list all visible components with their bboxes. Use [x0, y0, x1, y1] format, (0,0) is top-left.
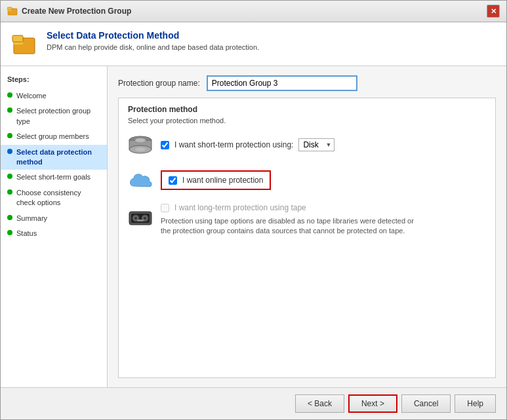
svg-point-9: [135, 138, 146, 142]
dot-icon-type: [7, 107, 12, 113]
svg-rect-17: [137, 220, 144, 221]
group-name-input[interactable]: [207, 75, 357, 91]
tape-content: I want long-term protection using tape P…: [161, 203, 423, 237]
svg-point-14: [134, 217, 137, 220]
tape-note: Protection using tape options are disabl…: [161, 216, 423, 237]
short-term-label: I want short-term protection using:: [174, 140, 293, 149]
online-checkbox-box: I want online protection: [161, 170, 271, 190]
cloud-icon: [128, 170, 153, 191]
sidebar-item-welcome[interactable]: Welcome: [1, 88, 107, 104]
dot-icon-status: [7, 230, 12, 235]
main-panel: Protection group name: Protection method…: [108, 66, 506, 387]
sidebar: Steps: Welcome Select protection group t…: [1, 66, 108, 387]
protection-method-title: Protection method: [128, 105, 486, 114]
sidebar-label-status: Status: [16, 229, 37, 239]
dot-icon-welcome: [7, 92, 12, 98]
disk-dropdown-wrapper: Disk Tape: [298, 138, 335, 151]
sidebar-label-members: Select group members: [16, 132, 89, 142]
sidebar-item-type[interactable]: Select protection group type: [1, 104, 107, 129]
short-term-checkbox[interactable]: [161, 141, 169, 149]
tape-icon-container: [128, 206, 153, 231]
tape-row: I want long-term protection using tape P…: [128, 203, 486, 237]
title-bar-left: Create New Protection Group: [7, 6, 131, 16]
online-content: I want online protection: [161, 170, 486, 190]
content-area: Steps: Welcome Select protection group t…: [1, 66, 506, 387]
dot-icon-summary: [7, 215, 12, 220]
help-button[interactable]: Help: [455, 394, 496, 413]
window-icon: [7, 6, 18, 16]
header-section: Select Data Protection Method DPM can he…: [1, 22, 506, 66]
sidebar-label-summary: Summary: [16, 214, 47, 223]
sidebar-label-welcome: Welcome: [16, 91, 47, 101]
dot-icon-members: [7, 133, 12, 138]
svg-point-10: [135, 147, 146, 151]
header-icon: [11, 31, 37, 58]
dot-icon-consistency: [7, 189, 12, 195]
protection-box: Protection method Select your protection…: [118, 98, 496, 378]
disk-dropdown[interactable]: Disk Tape: [298, 138, 335, 151]
sidebar-label-method: Select data protection method: [16, 147, 100, 168]
sidebar-item-consistency[interactable]: Choose consistency check options: [1, 185, 107, 211]
disk-icon-container: [128, 132, 153, 157]
dot-icon-method: [7, 149, 12, 154]
group-name-group: Protection group name:: [118, 75, 496, 91]
header-subtitle: DPM can help provide disk, online and ta…: [47, 43, 259, 51]
window-title: Create New Protection Group: [22, 7, 131, 16]
online-row: I want online protection: [128, 168, 486, 193]
sidebar-label-goals: Select short-term goals: [16, 172, 91, 182]
header-title: Select Data Protection Method: [47, 30, 259, 41]
sidebar-label-type: Select protection group type: [16, 106, 100, 126]
sidebar-item-summary[interactable]: Summary: [1, 211, 107, 226]
next-button[interactable]: Next >: [348, 394, 397, 413]
tape-checkbox[interactable]: [161, 204, 169, 212]
tape-icon: [128, 209, 153, 227]
disk-icon: [128, 135, 153, 155]
protection-method-subtitle: Select your protection method.: [128, 117, 486, 124]
title-bar: Create New Protection Group ✕: [1, 1, 506, 22]
dot-icon-goals: [7, 174, 12, 179]
sidebar-item-members[interactable]: Select group members: [1, 129, 107, 144]
tape-top: I want long-term protection using tape: [161, 203, 423, 212]
svg-rect-2: [7, 7, 12, 10]
sidebar-item-method[interactable]: Select data protection method: [1, 145, 107, 170]
back-button[interactable]: < Back: [295, 394, 344, 413]
sidebar-label-consistency: Choose consistency check options: [16, 188, 100, 208]
footer: < Back Next > Cancel Help: [1, 387, 506, 419]
cancel-button[interactable]: Cancel: [401, 394, 451, 413]
short-term-row: I want short-term protection using: Disk…: [128, 132, 486, 157]
main-window: Create New Protection Group ✕ Select Dat…: [0, 0, 507, 420]
svg-rect-5: [12, 35, 23, 42]
sidebar-item-goals[interactable]: Select short-term goals: [1, 170, 107, 185]
close-button[interactable]: ✕: [487, 5, 500, 18]
group-name-label: Protection group name:: [118, 79, 200, 88]
header-text: Select Data Protection Method DPM can he…: [47, 30, 259, 51]
sidebar-item-status[interactable]: Status: [1, 226, 107, 241]
online-label: I want online protection: [182, 176, 263, 185]
online-checkbox[interactable]: [169, 176, 177, 185]
steps-label: Steps:: [1, 73, 107, 88]
cloud-icon-container: [128, 168, 153, 193]
svg-point-16: [144, 217, 146, 220]
short-term-content: I want short-term protection using: Disk…: [161, 138, 486, 151]
tape-label: I want long-term protection using tape: [174, 203, 306, 212]
